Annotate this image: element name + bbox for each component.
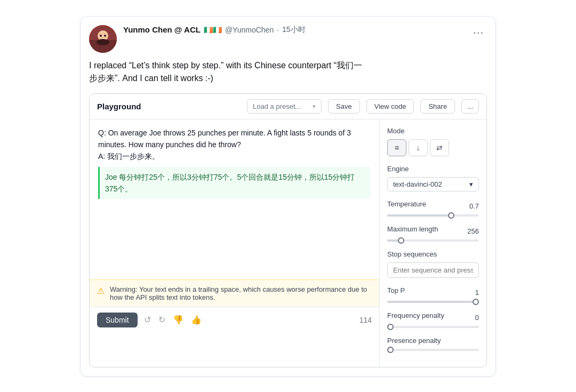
view-code-button[interactable]: View code [366, 99, 414, 114]
editor-area[interactable]: Q: On average Joe throws 25 punches per … [90, 119, 379, 279]
temperature-section: Temperature 0.7 [387, 200, 479, 217]
dot-separator: · [277, 26, 279, 34]
playground-footer: Submit ↺ ↻ 👎 👍 114 [90, 307, 379, 333]
tweet-time: 15小时 [282, 25, 306, 35]
mode-btn-edit[interactable]: ⇄ [430, 139, 449, 156]
redo-icon[interactable]: ↻ [158, 315, 165, 325]
mode-label: Mode [387, 127, 479, 135]
playground-main: Q: On average Joe throws 25 punches per … [90, 119, 380, 367]
editor-response: Joe 每分钟打25个，所以3分钟打75个。5个回合就是15分钟，所以15分钟打… [98, 167, 371, 199]
playground-more-button[interactable]: ... [461, 99, 479, 114]
mode-btn-complete[interactable]: ≡ [387, 139, 406, 156]
freq-penalty-value: 0 [475, 314, 479, 322]
char-count: 114 [359, 316, 372, 324]
freq-penalty-section: Frequency penalty 0 [387, 311, 479, 328]
thumbs-up-icon[interactable]: 👍 [191, 315, 202, 325]
max-length-slider-thumb[interactable] [398, 237, 404, 244]
mode-section: Mode ≡ ↓ ⇄ [387, 127, 479, 156]
svg-point-4 [100, 35, 102, 37]
submit-button[interactable]: Submit [97, 313, 138, 327]
playground-header: Playground Load a preset... ▾ Save View … [90, 94, 486, 119]
mode-btn-insert[interactable]: ↓ [409, 139, 428, 156]
presence-penalty-section: Presence penalty [387, 337, 479, 351]
presence-penalty-slider[interactable] [387, 349, 479, 351]
playground-title: Playground [97, 102, 241, 111]
engine-chevron-icon: ▾ [469, 180, 473, 188]
presence-penalty-slider-thumb[interactable] [387, 347, 394, 353]
freq-penalty-slider[interactable] [387, 326, 479, 328]
tweet-header: Yunmo Chen @ ACL 🇮🇪🇮🇪 @YunmoChen · 15小时 … [89, 25, 487, 53]
warning-icon: ⚠ [97, 286, 105, 296]
top-p-label: Top P [387, 286, 405, 294]
share-button[interactable]: Share [420, 99, 455, 114]
more-options-button[interactable]: ··· [470, 25, 487, 39]
editor-prompt: Q: On average Joe throws 25 punches per … [98, 127, 371, 163]
mode-buttons: ≡ ↓ ⇄ [387, 139, 479, 156]
undo-icon[interactable]: ↺ [144, 315, 151, 325]
playground-body: Q: On average Joe throws 25 punches per … [90, 119, 486, 367]
user-info: Yunmo Chen @ ACL 🇮🇪🇮🇪 @YunmoChen · 15小时 [123, 25, 463, 35]
playground-sidebar: Mode ≡ ↓ ⇄ Engine text-davinci-002 ▾ [380, 119, 486, 367]
max-length-value: 256 [467, 227, 479, 235]
top-p-slider-thumb[interactable] [473, 299, 479, 305]
flag-icons: 🇮🇪🇮🇪 [204, 26, 222, 34]
save-button[interactable]: Save [328, 99, 360, 114]
freq-penalty-label: Frequency penalty [387, 311, 444, 319]
playground-container: Playground Load a preset... ▾ Save View … [89, 93, 487, 367]
freq-penalty-slider-thumb[interactable] [387, 324, 394, 330]
max-length-label: Maximum length [387, 225, 438, 233]
tweet-text: I replaced “Let’s think step by step.” w… [89, 59, 487, 85]
chevron-down-icon: ▾ [313, 103, 316, 110]
max-length-section: Maximum length 256 [387, 225, 479, 242]
stop-sequences-input[interactable] [387, 262, 479, 278]
engine-section: Engine text-davinci-002 ▾ [387, 165, 479, 191]
user-name: Yunmo Chen @ ACL [123, 25, 201, 34]
warning-bar: ⚠ Warning: Your text ends in a trailing … [90, 279, 379, 307]
temperature-slider[interactable] [387, 214, 479, 217]
thumbs-down-icon[interactable]: 👎 [173, 315, 183, 325]
user-handle: @YunmoChen [225, 26, 274, 34]
engine-label: Engine [387, 165, 479, 173]
footer-icons: ↺ ↻ 👎 👍 [144, 315, 202, 325]
top-p-slider[interactable] [387, 301, 479, 303]
top-p-section: Top P 1 [387, 286, 479, 303]
temperature-value: 0.7 [469, 202, 479, 210]
engine-select[interactable]: text-davinci-002 ▾ [387, 177, 479, 191]
tweet-card: Yunmo Chen @ ACL 🇮🇪🇮🇪 @YunmoChen · 15小时 … [80, 16, 496, 377]
top-p-slider-fill [387, 301, 479, 303]
presence-penalty-label: Presence penalty [387, 337, 479, 345]
svg-rect-3 [97, 39, 109, 45]
preset-placeholder: Load a preset... [253, 102, 301, 110]
temperature-label: Temperature [387, 200, 426, 208]
svg-point-5 [104, 35, 106, 37]
stop-sequences-label: Stop sequences [387, 250, 479, 258]
engine-value: text-davinci-002 [393, 180, 442, 188]
temperature-slider-fill [387, 214, 451, 217]
max-length-slider[interactable] [387, 239, 479, 242]
stop-sequences-section: Stop sequences [387, 250, 479, 278]
warning-text: Warning: Your text ends in a trailing sp… [110, 285, 372, 301]
avatar [89, 25, 117, 53]
top-p-value: 1 [475, 289, 479, 297]
temperature-slider-thumb[interactable] [448, 212, 454, 219]
preset-select[interactable]: Load a preset... ▾ [247, 99, 322, 114]
